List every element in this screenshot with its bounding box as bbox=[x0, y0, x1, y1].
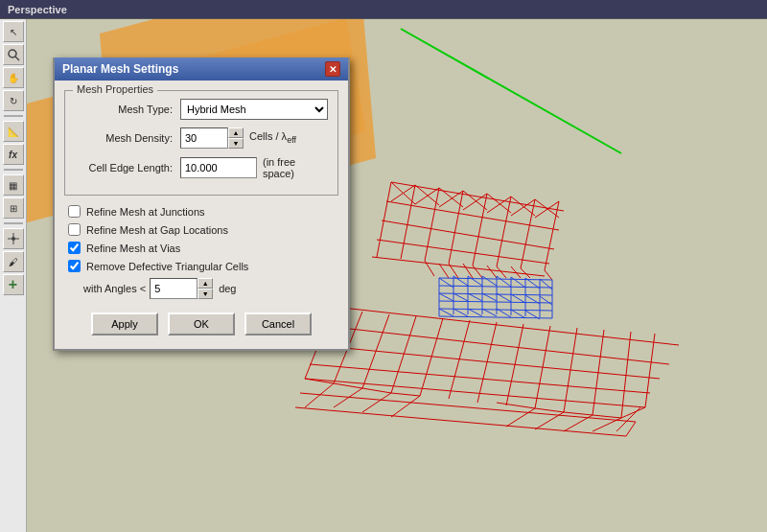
dialog-close-button[interactable]: ✕ bbox=[325, 61, 340, 77]
check-junctions-label[interactable]: Refine Mesh at Junctions bbox=[86, 206, 205, 218]
dialog-planar-mesh: Planar Mesh Settings ✕ Mesh Properties M… bbox=[53, 58, 350, 351]
svg-line-33 bbox=[497, 403, 535, 408]
svg-line-97 bbox=[468, 276, 482, 286]
toolbar-measure[interactable]: 📐 bbox=[3, 121, 24, 142]
svg-line-72 bbox=[487, 266, 497, 278]
toolbar-fx[interactable]: fx bbox=[3, 144, 24, 165]
svg-line-116 bbox=[511, 310, 525, 318]
mesh-type-select[interactable]: Hybrid Mesh Rectangular Mesh Triangular … bbox=[180, 99, 328, 120]
svg-line-24 bbox=[645, 334, 655, 407]
svg-line-32 bbox=[391, 396, 420, 417]
svg-line-39 bbox=[593, 415, 621, 418]
viewport-title: Perspective bbox=[0, 0, 767, 19]
check-gap-row: Refine Mesh at Gap Locations bbox=[64, 223, 338, 236]
angle-row: with Angles < ▲ ▼ deg bbox=[64, 278, 338, 299]
check-junctions[interactable] bbox=[68, 205, 81, 218]
mesh-density-spinner: 30 ▲ ▼ bbox=[180, 127, 244, 149]
svg-line-98 bbox=[482, 276, 497, 286]
mesh-type-select-wrapper[interactable]: Hybrid Mesh Rectangular Mesh Triangular … bbox=[180, 99, 328, 120]
svg-line-110 bbox=[540, 296, 552, 305]
svg-line-108 bbox=[511, 294, 525, 303]
svg-line-57 bbox=[391, 185, 415, 201]
svg-line-99 bbox=[497, 276, 511, 287]
ok-button[interactable]: OK bbox=[168, 312, 235, 335]
check-vias[interactable] bbox=[68, 242, 81, 254]
mesh-density-label: Mesh Density: bbox=[75, 132, 180, 144]
left-toolbar: ↖ ✋ ↻ 📐 fx ▦ ⊞ 🖌 + bbox=[0, 19, 27, 532]
mesh-density-spinner-btns: ▲ ▼ bbox=[228, 127, 244, 149]
group-box-label: Mesh Properties bbox=[73, 83, 157, 95]
green-axis bbox=[401, 29, 621, 153]
svg-line-37 bbox=[564, 412, 593, 415]
mesh-density-input[interactable]: 30 bbox=[180, 127, 228, 149]
toolbar-add[interactable]: + bbox=[3, 274, 24, 295]
angle-unit: deg bbox=[219, 283, 236, 294]
svg-line-79 bbox=[545, 270, 552, 280]
svg-line-14 bbox=[362, 314, 389, 388]
svg-line-77 bbox=[497, 266, 506, 278]
toolbar-rotate[interactable]: ↻ bbox=[3, 90, 24, 111]
toolbar-paint[interactable]: 🖌 bbox=[3, 251, 24, 272]
apply-button[interactable]: Apply bbox=[91, 312, 158, 335]
toolbar-pan[interactable]: ✋ bbox=[3, 67, 24, 88]
svg-line-30 bbox=[362, 393, 391, 412]
check-gap[interactable] bbox=[68, 223, 81, 236]
svg-line-112 bbox=[453, 309, 468, 316]
svg-line-104 bbox=[453, 293, 468, 301]
svg-line-11 bbox=[295, 407, 626, 436]
check-defective-label[interactable]: Remove Defective Triangular Cells bbox=[86, 261, 248, 272]
svg-line-42 bbox=[616, 407, 640, 431]
viewport-3d[interactable]: Perspective ↖ ✋ ↻ 📐 fx ▦ ⊞ 🖌 + bbox=[0, 0, 767, 532]
svg-line-1 bbox=[15, 57, 19, 60]
svg-point-4 bbox=[12, 237, 15, 241]
toolbar-select[interactable]: ↖ bbox=[3, 21, 24, 42]
blue-mesh-via bbox=[439, 276, 552, 319]
svg-line-35 bbox=[535, 408, 564, 412]
mesh-type-row: Mesh Type: Hybrid Mesh Rectangular Mesh … bbox=[75, 99, 328, 120]
toolbar-grid[interactable]: ⊞ bbox=[3, 197, 24, 219]
mesh-density-unit: Cells / λeff bbox=[249, 130, 296, 145]
mesh-properties-group: Mesh Properties Mesh Type: Hybrid Mesh R… bbox=[64, 90, 338, 196]
angle-down[interactable]: ▼ bbox=[198, 289, 213, 299]
angle-spinner: ▲ ▼ bbox=[150, 278, 213, 299]
dialog-buttons: Apply OK Cancel bbox=[64, 307, 338, 339]
svg-line-103 bbox=[439, 293, 453, 301]
dialog-titlebar: Planar Mesh Settings ✕ bbox=[55, 58, 348, 81]
check-gap-label[interactable]: Refine Mesh at Gap Locations bbox=[86, 224, 228, 236]
svg-line-111 bbox=[439, 309, 453, 316]
toolbar-layers[interactable]: ▦ bbox=[3, 174, 24, 196]
svg-line-40 bbox=[593, 418, 621, 431]
svg-line-70 bbox=[439, 264, 449, 278]
svg-line-96 bbox=[453, 276, 468, 286]
angle-input[interactable] bbox=[150, 278, 198, 299]
red-mesh-upper bbox=[372, 182, 564, 280]
svg-point-0 bbox=[9, 50, 16, 58]
mesh-type-label: Mesh Type: bbox=[75, 104, 180, 115]
angle-spinner-btns: ▲ ▼ bbox=[198, 278, 213, 299]
mesh-density-down[interactable]: ▼ bbox=[228, 138, 244, 149]
svg-line-49 bbox=[401, 185, 415, 259]
check-defective-row: Remove Defective Triangular Cells bbox=[64, 260, 338, 272]
cell-edge-row: Cell Edge Length: (in free space) bbox=[75, 156, 328, 179]
svg-line-76 bbox=[473, 266, 482, 278]
toolbar-sep-1 bbox=[4, 115, 23, 117]
svg-line-38 bbox=[564, 415, 593, 431]
toolbar-sep-3 bbox=[4, 222, 23, 224]
svg-line-89 bbox=[439, 286, 552, 288]
angle-up[interactable]: ▲ bbox=[198, 278, 213, 289]
toolbar-zoom[interactable] bbox=[3, 44, 24, 65]
check-defective[interactable] bbox=[68, 260, 81, 272]
cell-edge-label: Cell Edge Length: bbox=[75, 162, 180, 173]
cancel-button[interactable]: Cancel bbox=[244, 312, 312, 335]
check-vias-row: Refine Mesh at Vias bbox=[64, 242, 338, 254]
viewport-title-text: Perspective bbox=[8, 4, 67, 15]
toolbar-snap[interactable] bbox=[3, 228, 24, 249]
svg-line-29 bbox=[362, 388, 391, 393]
svg-line-100 bbox=[511, 277, 525, 288]
cell-edge-input[interactable] bbox=[180, 157, 257, 178]
svg-line-6 bbox=[324, 326, 669, 364]
svg-line-10 bbox=[300, 393, 636, 422]
check-vias-label[interactable]: Refine Mesh at Vias bbox=[86, 243, 180, 254]
angle-label: with Angles < bbox=[83, 283, 146, 294]
mesh-density-up[interactable]: ▲ bbox=[228, 127, 244, 138]
